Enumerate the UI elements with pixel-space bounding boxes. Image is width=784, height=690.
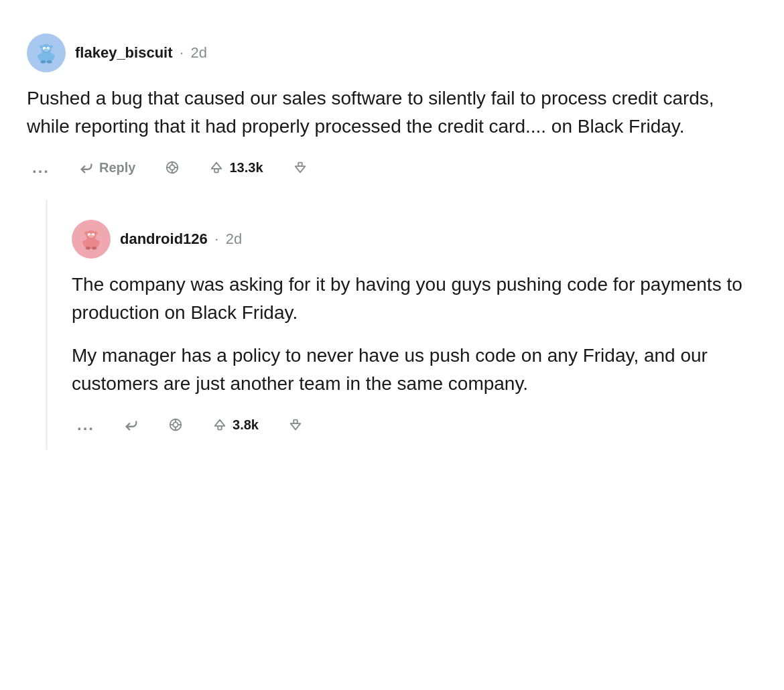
more-button[interactable]: ...	[27, 155, 55, 180]
svg-point-12	[44, 49, 49, 52]
reply-comment-actions: ...	[72, 413, 757, 437]
svg-point-30	[94, 231, 98, 234]
award-icon	[165, 160, 180, 175]
reply-user-info: dandroid126 · 2d	[120, 230, 242, 248]
svg-point-34	[92, 247, 97, 250]
separator: ·	[180, 44, 184, 61]
comment-header: flakey_biscuit · 2d	[27, 33, 757, 72]
reply-icon	[79, 160, 94, 175]
svg-point-35	[88, 235, 94, 238]
reply-reply-icon	[124, 417, 139, 432]
svg-point-6	[40, 45, 43, 48]
reply-comment-body-1: The company was asking for it by having …	[72, 271, 757, 327]
award-button[interactable]	[159, 157, 185, 178]
reply-section: dandroid126 · 2d The company was asking …	[27, 200, 757, 450]
reply-button[interactable]: Reply	[74, 157, 141, 178]
user-info: flakey_biscuit · 2d	[75, 44, 207, 62]
reply-upvote-button[interactable]: 3.8k	[207, 415, 264, 435]
comment-actions: ... Reply	[27, 155, 757, 180]
reply-username[interactable]: dandroid126	[120, 230, 208, 247]
timestamp: 2d	[191, 44, 207, 61]
reply-reply-button[interactable]	[119, 415, 144, 435]
reply-award-button[interactable]	[163, 415, 188, 435]
reply-line	[46, 200, 48, 450]
reply-downvote-button[interactable]	[283, 415, 308, 435]
reply-upvote-count: 3.8k	[233, 417, 259, 433]
svg-point-7	[50, 45, 53, 48]
svg-point-33	[85, 247, 90, 250]
comment-body: Pushed a bug that caused our sales softw…	[27, 84, 757, 141]
reply-more-button[interactable]: ...	[72, 413, 100, 437]
upvote-button[interactable]: 13.3k	[204, 157, 268, 178]
svg-point-29	[84, 231, 88, 234]
svg-rect-44	[218, 426, 222, 430]
reply-content: dandroid126 · 2d The company was asking …	[72, 200, 757, 450]
reply-comment-body-2: My manager has a policy to never have us…	[72, 342, 757, 398]
avatar-icon	[34, 40, 59, 66]
upvote-count: 13.3k	[229, 160, 263, 176]
reply-award-icon	[168, 417, 183, 432]
downvote-icon	[293, 160, 308, 175]
reply-comment: dandroid126 · 2d The company was asking …	[72, 206, 757, 450]
reply-comment-header: dandroid126 · 2d	[72, 220, 757, 259]
svg-point-10	[40, 60, 46, 64]
svg-point-39	[173, 422, 178, 427]
reply-label: Reply	[99, 160, 135, 176]
svg-point-16	[170, 165, 175, 169]
avatar	[27, 33, 66, 72]
username[interactable]: flakey_biscuit	[75, 44, 173, 61]
reply-upvote-icon	[212, 417, 227, 432]
reply-avatar-icon	[78, 226, 104, 252]
reply-timestamp: 2d	[226, 230, 242, 247]
upvote-icon	[209, 160, 224, 175]
downvote-button[interactable]	[287, 157, 313, 178]
reply-separator: ·	[214, 230, 218, 247]
reply-downvote-icon	[288, 417, 303, 432]
svg-point-11	[47, 60, 52, 64]
svg-rect-21	[215, 169, 219, 173]
reply-avatar	[72, 220, 111, 259]
main-comment: flakey_biscuit · 2d Pushed a bug that ca…	[27, 20, 757, 193]
